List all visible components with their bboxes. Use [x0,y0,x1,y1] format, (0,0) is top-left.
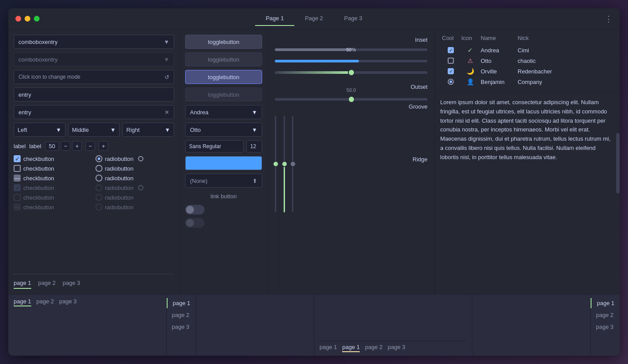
entry-with-icon[interactable]: Click icon to change mode ↺ [14,70,174,84]
bottom-tab-page1[interactable]: page 1 [14,278,31,289]
radiobutton-3-circle[interactable] [95,175,102,182]
tab-page1[interactable]: Page 1 [255,11,294,26]
checkbutton-4-label: checkbutton [23,185,54,191]
bottom-tabs-left: page 1 page 2 page 3 [14,274,174,289]
tree-radio-benjamin[interactable] [448,79,454,85]
bottom-tab-page2[interactable]: page 2 [38,278,56,289]
v-tab-4-page3[interactable]: page 3 [591,322,620,332]
dropdown-right[interactable]: Right ▼ [122,123,174,137]
v-slider-1-container [275,116,276,212]
bottom-nb-tab-1-page3[interactable]: page 3 [59,298,77,306]
simple-entry[interactable]: entry [14,87,174,102]
radiobutton-1-circle[interactable] [95,155,102,162]
slider-panel: Inset 50% [268,29,435,294]
v-tab-2-page1[interactable]: page 1 [167,298,196,308]
tab-page3[interactable]: Page 3 [334,11,373,26]
tree-row-otto[interactable]: ⚠ Otto chaotic [440,55,614,66]
spin-decrement2[interactable]: − [85,141,95,151]
spin-increment[interactable]: + [72,141,82,151]
tree-row-benjamin[interactable]: 👤 Benjamin Company [440,76,614,87]
spin-decrement[interactable]: − [61,141,70,151]
tree-check-andrea[interactable]: ✓ [442,47,460,53]
spin-increment2[interactable]: + [99,141,108,151]
checkbutton-2[interactable]: checkbutton [14,165,93,172]
checkbutton-1[interactable]: ✓ checkbutton [14,155,93,162]
checkbox-3[interactable]: — [14,175,21,182]
togglebutton-3[interactable]: togglebutton [185,70,262,84]
close-button[interactable] [15,16,21,22]
file-chooser[interactable]: (None) ⬆ [185,174,262,188]
radiobutton-1[interactable]: radiobutton [95,155,175,162]
checkbox-1[interactable]: ✓ [14,155,21,162]
spin-label1: label [14,143,26,149]
h-slider-3[interactable] [275,69,427,76]
combo1-value: comboboxentry [18,39,58,45]
radio-indicator-1 [138,156,143,161]
tree-row-andrea[interactable]: ✓ ✓ Andrea Cimi [440,45,614,55]
h-slider-1[interactable]: 50% [275,46,427,54]
tree-checkbox-andrea[interactable]: ✓ [448,47,454,53]
left-panel: comboboxentry ▼ comboboxentry ▼ Click ic… [8,29,180,294]
text-area-panel[interactable]: Lorem ipsum dolor sit amet, consectetur … [435,93,620,294]
tree-check-benjamin[interactable] [442,79,460,85]
dropdown-middle-label: Middle [72,127,89,133]
link-button[interactable]: link button [185,191,262,201]
v-tab-2-page2[interactable]: page 2 [167,310,196,320]
togglebutton-1[interactable]: togglebutton [185,35,262,49]
font-entry[interactable]: Sans Regular [185,140,244,153]
maximize-button[interactable] [34,16,40,22]
v-tab-4-page1[interactable]: page 1 [591,298,620,308]
spin-box: 50 − + [45,141,82,151]
mid-combo-otto[interactable]: Otto ▼ [185,123,262,137]
combo1-arrow-icon: ▼ [164,39,169,45]
switch-2[interactable] [185,218,204,228]
combo2-arrow-icon: ▼ [164,56,169,63]
bottom-tab-3-page1[interactable]: page 1 [320,344,337,352]
switch-1[interactable] [185,205,204,215]
v-slider-3-knob [290,161,296,167]
v-tab-2-page3[interactable]: page 3 [167,322,196,332]
entry-with-clear[interactable]: entry ✕ [14,105,174,119]
radiobutton-2[interactable]: radiobutton [95,165,175,172]
refresh-icon[interactable]: ↺ [164,74,169,80]
v-slider-2-track[interactable] [284,116,285,212]
togglebutton-4: togglebutton [185,87,262,102]
bottom-tab-page3[interactable]: page 3 [63,278,80,289]
checkbutton-3[interactable]: — checkbutton [14,175,93,182]
font-size-entry[interactable]: 12 [246,140,262,153]
clear-icon[interactable]: ✕ [164,109,169,116]
v-slider-1-track[interactable] [275,116,276,212]
upload-icon[interactable]: ⬆ [252,178,257,184]
bottom-nb-tab-1-page1[interactable]: page 1 [14,298,31,306]
tree-checkbox-orville[interactable]: ✓ [448,68,454,74]
bottom-nb-tab-1-page2[interactable]: page 2 [37,298,54,306]
tree-check-otto[interactable] [442,58,460,64]
bottom-tab-3-page3[interactable]: page 2 [365,344,383,352]
bottom-tab-3-page4[interactable]: page 3 [388,344,405,352]
dropdown-left[interactable]: Left ▼ [14,123,66,137]
v-tab-4-page2[interactable]: page 2 [591,310,620,320]
tree-row-orville[interactable]: ✓ 🌙 Orville Redenbacher [440,66,614,76]
mid-combo-andrea[interactable]: Andrea ▼ [185,105,262,119]
tree-check-orville[interactable]: ✓ [442,68,460,74]
tree-header: Cool Icon Name Nick [440,35,614,41]
combobox-entry-1[interactable]: comboboxentry ▼ [14,35,174,49]
radio-indicator-4 [138,185,143,190]
checkbox-2[interactable] [14,165,21,172]
bottom-section: page 1 page 2 page 3 page 1 page 2 page … [8,294,620,356]
color-swatch[interactable] [185,156,262,170]
scrollbar[interactable] [616,133,620,193]
v-slider-3-track[interactable] [292,116,293,212]
bottom-tab-3-page2[interactable]: page 1 [342,344,360,352]
tree-checkbox-otto[interactable] [448,58,454,64]
h-slider-2[interactable] [275,57,427,65]
dropdown-middle[interactable]: Middle ▼ [68,123,120,137]
window-controls [15,16,40,22]
h-slider-4[interactable]: 50.0 [275,95,427,103]
radiobutton-4-circle [95,184,102,191]
radiobutton-3[interactable]: radiobutton [95,175,175,182]
tab-page2[interactable]: Page 2 [294,11,333,26]
menu-button[interactable]: ⋮ [605,14,613,24]
radiobutton-2-circle[interactable] [95,165,102,172]
minimize-button[interactable] [25,16,30,22]
